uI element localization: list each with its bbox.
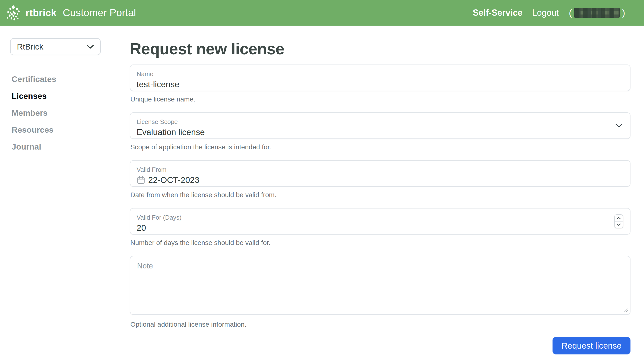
app-title: Customer Portal (63, 7, 136, 19)
logout-link[interactable]: Logout (532, 8, 559, 18)
valid-from-field[interactable]: Valid From 22-OCT-2023 (130, 160, 630, 187)
calendar-icon (136, 176, 145, 184)
note-help-text: Optional additional license information. (130, 321, 630, 328)
name-input[interactable] (136, 80, 523, 89)
resize-handle-icon[interactable] (624, 308, 628, 312)
sidebar-divider (10, 64, 101, 64)
sidebar-item-members[interactable]: Members (12, 108, 130, 118)
stepper-down-button[interactable] (615, 222, 623, 228)
name-field-label: Name (136, 70, 624, 78)
sidebar-item-certificates[interactable]: Certificates (12, 74, 130, 84)
chevron-down-icon (87, 45, 94, 49)
main-content: Request new license Name Unique license … (130, 26, 630, 354)
chevron-down-icon (616, 124, 622, 128)
stepper-up-button[interactable] (615, 215, 623, 222)
valid-days-help-text: Number of days the license should be val… (130, 239, 630, 247)
valid-days-field[interactable]: Valid For (Days) (130, 208, 630, 235)
request-license-button[interactable]: Request license (552, 337, 630, 354)
valid-from-label: Valid From (136, 166, 624, 173)
user-paren-open: ( (569, 8, 572, 18)
license-scope-value: Evaluation license (136, 127, 205, 137)
license-scope-field[interactable]: License Scope Evaluation license (130, 112, 630, 139)
license-scope-help-text: Scope of application the license is inte… (130, 143, 630, 151)
brand-name: rtbrick (26, 8, 56, 18)
self-service-link[interactable]: Self-Service (472, 8, 522, 18)
number-stepper (614, 214, 623, 228)
valid-days-input[interactable] (136, 223, 523, 233)
logo-link[interactable]: rtbrick Customer Portal (6, 5, 136, 21)
redacted-username (574, 8, 620, 18)
valid-from-help-text: Date from when the license should be val… (130, 191, 630, 199)
sidebar-item-resources[interactable]: Resources (12, 125, 130, 135)
header-nav: Self-Service Logout ( ) (472, 8, 625, 18)
page-title: Request new license (130, 41, 630, 57)
name-help-text: Unique license name. (130, 95, 630, 103)
sidebar-item-licenses[interactable]: Licenses (12, 91, 130, 101)
header-bar: rtbrick Customer Portal Self-Service Log… (0, 0, 644, 26)
organization-selector-value: RtBrick (17, 42, 44, 52)
sidebar-nav: Certificates Licenses Members Resources … (10, 74, 130, 152)
sidebar: RtBrick Certificates Licenses Members Re… (0, 26, 130, 354)
chevron-down-icon (617, 223, 621, 226)
valid-from-value: 22-OCT-2023 (148, 175, 200, 185)
name-field[interactable]: Name (130, 65, 630, 91)
rtbrick-logo-icon (6, 5, 22, 21)
valid-days-label: Valid For (Days) (136, 214, 624, 221)
organization-selector[interactable]: RtBrick (10, 38, 101, 55)
sidebar-item-journal[interactable]: Journal (12, 142, 130, 152)
note-textarea[interactable] (136, 261, 624, 309)
logged-in-user: ( ) (569, 8, 625, 18)
license-scope-label: License Scope (136, 118, 624, 126)
chevron-up-icon (617, 217, 621, 219)
user-paren-close: ) (622, 8, 625, 18)
note-field[interactable] (130, 256, 630, 315)
